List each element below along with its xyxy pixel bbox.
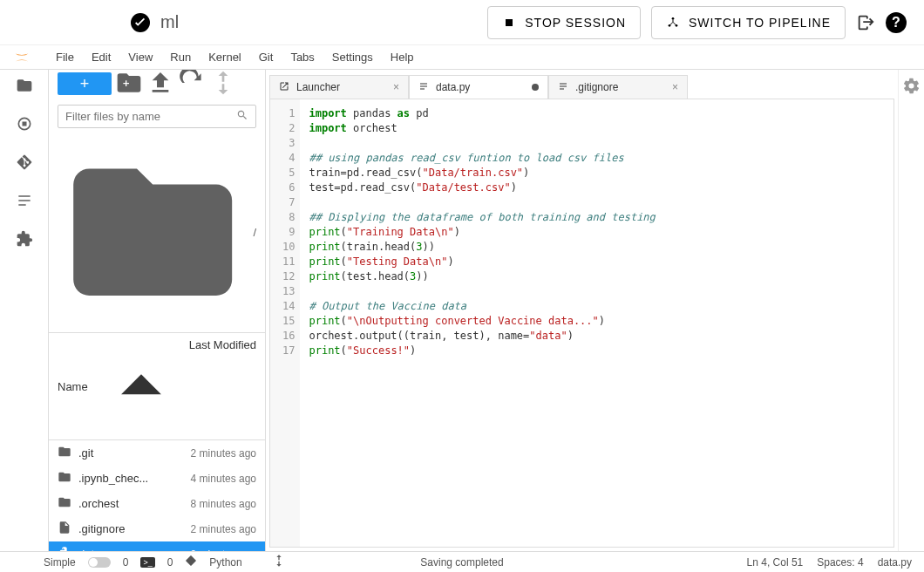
- folder-icon: [58, 470, 71, 487]
- tab-Launcher[interactable]: Launcher×: [269, 75, 409, 99]
- tab-icon: [558, 81, 568, 94]
- jupyter-logo-icon: [12, 48, 31, 67]
- pipeline-icon: [666, 16, 680, 30]
- editor-tabs: Launcher×data.py.gitignore×: [269, 75, 894, 99]
- tab-icon: [279, 81, 289, 94]
- file-name: .ipynb_chec...: [78, 472, 191, 485]
- tab-icon: [418, 81, 429, 94]
- new-folder-icon[interactable]: [115, 70, 143, 99]
- page-title: ml: [160, 12, 179, 32]
- close-icon[interactable]: ×: [672, 81, 678, 93]
- file-modified: 4 minutes ago: [191, 473, 256, 485]
- file-name: .git: [78, 446, 191, 460]
- status-check-icon: [131, 13, 150, 32]
- menubar: FileEditViewRunKernelGitTabsSettingsHelp: [0, 45, 924, 70]
- code-lines[interactable]: import pandas as pdimport orchest ## usi…: [300, 99, 663, 547]
- svg-rect-0: [506, 19, 513, 26]
- filter-input-wrap[interactable]: [58, 105, 256, 128]
- gutter: 1234567891011121314151617: [270, 99, 300, 547]
- file-list: .git2 minutes ago.ipynb_chec...4 minutes…: [49, 440, 265, 551]
- file-name: .gitignore: [78, 522, 191, 535]
- switch-pipeline-button[interactable]: SWITCH TO PIPELINE: [651, 6, 846, 39]
- indentation[interactable]: Spaces: 4: [817, 556, 863, 569]
- status-count-1: 0: [123, 556, 129, 569]
- kernel-label[interactable]: Python: [209, 556, 241, 569]
- logout-icon[interactable]: [856, 13, 875, 32]
- extensions-icon[interactable]: [16, 230, 33, 248]
- top-header: ml STOP SESSION SWITCH TO PIPELINE ?: [0, 0, 924, 45]
- stop-session-label: STOP SESSION: [525, 16, 626, 30]
- breadcrumb-path: /: [253, 226, 256, 239]
- editor-area: Launcher×data.py.gitignore× 123456789101…: [266, 70, 898, 551]
- menu-kernel[interactable]: Kernel: [200, 47, 250, 67]
- breadcrumb[interactable]: /: [49, 132, 265, 332]
- refresh-icon[interactable]: [178, 70, 206, 99]
- file-name: .orchest: [78, 497, 191, 510]
- menu-tabs[interactable]: Tabs: [282, 47, 323, 67]
- file-row[interactable]: .ipynb_chec...4 minutes ago: [49, 466, 265, 491]
- git-pull-icon[interactable]: [209, 70, 237, 99]
- terminal-badge-icon: >_: [140, 557, 154, 568]
- filter-input[interactable]: [65, 110, 236, 123]
- help-icon[interactable]: ?: [886, 12, 907, 33]
- folder-icon: [58, 445, 71, 461]
- menu-run[interactable]: Run: [161, 47, 200, 67]
- sort-asc-icon: [93, 338, 189, 434]
- simple-toggle[interactable]: [88, 557, 111, 568]
- menu-view[interactable]: View: [119, 47, 161, 67]
- file-row[interactable]: data.py2 minutes ago: [49, 541, 265, 551]
- upload-icon[interactable]: [146, 70, 174, 99]
- tab-label: Launcher: [296, 81, 340, 93]
- property-inspector-icon[interactable]: [902, 77, 921, 95]
- menu-help[interactable]: Help: [382, 47, 423, 67]
- file-list-header: Name Last Modified: [49, 332, 265, 440]
- main-area: + / Name Last Modified .git2 minutes ago…: [0, 70, 924, 551]
- code-editor[interactable]: 1234567891011121314151617 import pandas …: [269, 99, 894, 548]
- running-icon[interactable]: [16, 115, 33, 133]
- right-rail: [898, 70, 924, 551]
- file-type[interactable]: data.py: [878, 556, 912, 569]
- file-browser: + / Name Last Modified .git2 minutes ago…: [49, 70, 266, 551]
- status-count-2: 0: [167, 556, 173, 569]
- menu-settings[interactable]: Settings: [323, 47, 382, 67]
- menu-edit[interactable]: Edit: [83, 47, 119, 67]
- col-modified-label[interactable]: Last Modified: [189, 338, 256, 434]
- file-row[interactable]: .git2 minutes ago: [49, 440, 265, 466]
- file-modified: 8 minutes ago: [191, 498, 256, 510]
- menu-git[interactable]: Git: [250, 47, 282, 67]
- folder-icon[interactable]: [16, 77, 33, 94]
- file-browser-toolbar: +: [49, 70, 265, 98]
- simple-label: Simple: [44, 556, 76, 569]
- toc-icon[interactable]: [16, 192, 33, 209]
- cursor-position[interactable]: Ln 4, Col 51: [747, 556, 804, 569]
- file-modified: 2 minutes ago: [191, 447, 256, 460]
- search-icon: [236, 109, 248, 124]
- git-status-icon[interactable]: [185, 555, 197, 569]
- svg-rect-5: [22, 122, 26, 126]
- save-status: Saving completed: [420, 556, 503, 569]
- stop-icon: [502, 16, 516, 30]
- file-modified: 2 minutes ago: [191, 523, 256, 535]
- file-row[interactable]: .orchest8 minutes ago: [49, 491, 265, 516]
- folder-icon: [58, 495, 71, 512]
- menu-file[interactable]: File: [47, 47, 83, 67]
- tab--gitignore[interactable]: .gitignore×: [548, 75, 688, 99]
- close-icon[interactable]: ×: [393, 81, 399, 93]
- dirty-indicator-icon: [532, 84, 539, 91]
- git-icon[interactable]: [16, 153, 33, 171]
- switch-pipeline-label: SWITCH TO PIPELINE: [689, 16, 831, 30]
- activity-bar: [0, 70, 49, 551]
- tab-label: .gitignore: [575, 81, 618, 93]
- tab-label: data.py: [436, 81, 470, 93]
- file-row[interactable]: .gitignore2 minutes ago: [49, 516, 265, 541]
- file-icon: [58, 521, 71, 537]
- col-name-label[interactable]: Name: [58, 380, 88, 393]
- new-launcher-button[interactable]: +: [58, 72, 112, 95]
- svg-point-1: [672, 17, 675, 20]
- tab-data-py[interactable]: data.py: [409, 75, 548, 99]
- orchest-status-icon[interactable]: [272, 554, 286, 570]
- stop-session-button[interactable]: STOP SESSION: [487, 6, 641, 39]
- statusbar: Simple 0 >_ 0 Python Saving completed Ln…: [0, 551, 924, 572]
